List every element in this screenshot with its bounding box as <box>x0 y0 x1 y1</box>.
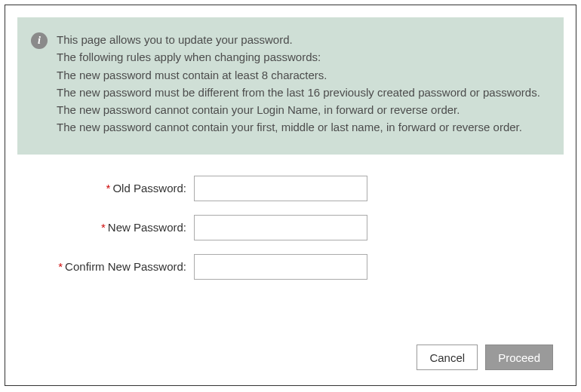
info-line: The new password cannot contain your fir… <box>57 118 540 136</box>
info-line: The new password must be different from … <box>57 84 540 101</box>
info-line: The new password cannot contain your Log… <box>57 101 540 118</box>
required-marker: * <box>101 221 106 234</box>
required-marker: * <box>58 260 63 273</box>
password-form: *Old Password: *New Password: *Confirm N… <box>5 155 576 293</box>
new-password-label: *New Password: <box>28 221 194 234</box>
proceed-button[interactable]: Proceed <box>485 345 553 370</box>
confirm-password-row: *Confirm New Password: <box>28 254 553 280</box>
new-password-row: *New Password: <box>28 215 553 240</box>
label-text: Confirm New Password: <box>65 260 186 273</box>
new-password-input[interactable] <box>194 215 367 240</box>
old-password-input[interactable] <box>194 176 367 201</box>
old-password-row: *Old Password: <box>28 176 553 201</box>
info-icon: i <box>31 32 48 49</box>
label-text: Old Password: <box>112 182 186 194</box>
info-line: The new password must contain at least 8… <box>57 66 540 84</box>
confirm-password-label: *Confirm New Password: <box>28 260 194 273</box>
old-password-label: *Old Password: <box>28 182 194 194</box>
info-box: i This page allows you to update your pa… <box>17 17 564 155</box>
info-line: The following rules apply when changing … <box>57 48 540 66</box>
password-update-panel: i This page allows you to update your pa… <box>5 5 576 386</box>
info-text: This page allows you to update your pass… <box>57 31 540 136</box>
confirm-password-input[interactable] <box>194 254 367 280</box>
cancel-button[interactable]: Cancel <box>417 345 478 370</box>
required-marker: * <box>106 182 111 194</box>
info-line: This page allows you to update your pass… <box>57 31 540 48</box>
button-bar: Cancel Proceed <box>5 345 576 385</box>
label-text: New Password: <box>108 221 186 234</box>
